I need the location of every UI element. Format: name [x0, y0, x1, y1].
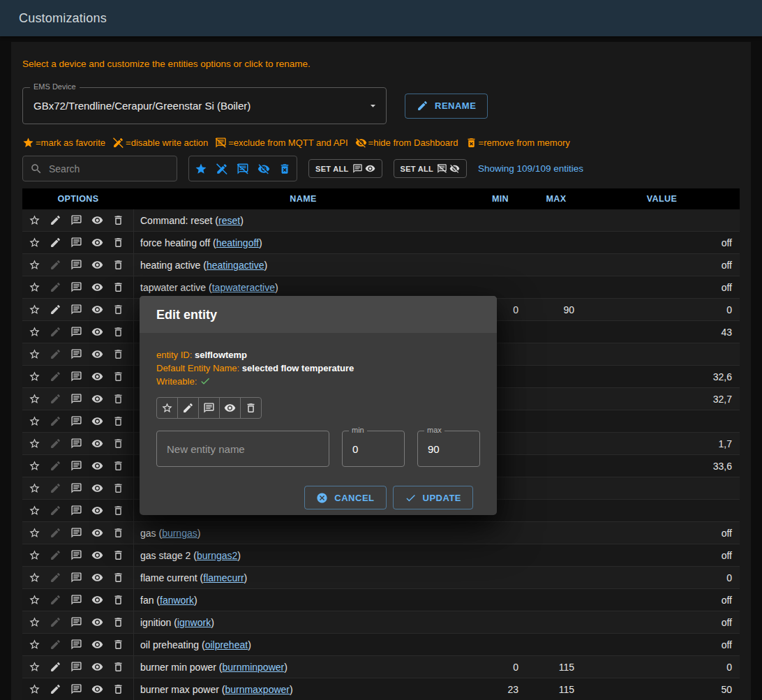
- comment-icon[interactable]: [70, 572, 82, 583]
- comment-icon[interactable]: [70, 237, 82, 248]
- comment-icon[interactable]: [70, 505, 82, 516]
- filter-edit-off-button[interactable]: [211, 156, 232, 181]
- comment-icon[interactable]: [70, 527, 82, 539]
- trash-icon[interactable]: [112, 572, 124, 583]
- comment-icon[interactable]: [70, 348, 82, 360]
- min-field[interactable]: min: [342, 431, 405, 467]
- eye-icon[interactable]: [91, 661, 103, 673]
- star-border-icon[interactable]: [29, 281, 40, 293]
- comment-icon[interactable]: [70, 393, 82, 405]
- star-border-icon[interactable]: [29, 326, 40, 338]
- table-row[interactable]: force heating off (heatingoff) off: [22, 232, 740, 254]
- trash-icon[interactable]: [112, 259, 124, 271]
- entity-link[interactable]: fanwork: [160, 595, 194, 606]
- trash-icon[interactable]: [112, 393, 124, 405]
- comment-icon[interactable]: [70, 281, 82, 293]
- trash-icon[interactable]: [112, 326, 124, 338]
- dialog-toggle-edit-button[interactable]: [177, 397, 199, 419]
- cancel-button[interactable]: CANCEL: [304, 486, 386, 509]
- dialog-toggle-comment-button[interactable]: [198, 397, 220, 419]
- star-border-icon[interactable]: [29, 639, 40, 650]
- comment-icon[interactable]: [70, 415, 82, 427]
- rename-button[interactable]: RENAME: [405, 94, 488, 119]
- max-field[interactable]: max: [417, 431, 480, 467]
- edit-icon[interactable]: [50, 304, 61, 315]
- trash-icon[interactable]: [112, 683, 124, 695]
- trash-icon[interactable]: [112, 281, 124, 293]
- filter-eye-off-button[interactable]: [253, 156, 274, 181]
- table-row[interactable]: ignition (ignwork) off: [22, 611, 740, 634]
- ems-device-select[interactable]: EMS Device GBx72/Trendline/Cerapur/Green…: [22, 87, 387, 124]
- entity-link[interactable]: heatingactive: [207, 260, 264, 271]
- table-row[interactable]: Command: reset (reset): [22, 209, 740, 232]
- edit-icon[interactable]: [50, 639, 61, 650]
- star-border-icon[interactable]: [29, 616, 40, 628]
- star-border-icon[interactable]: [29, 460, 40, 472]
- comment-icon[interactable]: [70, 304, 82, 315]
- comment-icon[interactable]: [70, 683, 82, 695]
- edit-icon[interactable]: [50, 505, 61, 516]
- trash-icon[interactable]: [112, 594, 124, 606]
- new-entity-name-field[interactable]: [156, 431, 329, 467]
- dialog-toggle-eye-button[interactable]: [219, 397, 241, 419]
- entity-link[interactable]: reset: [218, 215, 240, 226]
- comment-icon[interactable]: [70, 326, 82, 338]
- eye-icon[interactable]: [91, 438, 103, 449]
- comment-icon[interactable]: [70, 371, 82, 382]
- table-row[interactable]: flame current (flamecurr) 0: [22, 567, 740, 589]
- trash-icon[interactable]: [112, 415, 124, 427]
- entity-link[interactable]: oilpreheat: [205, 639, 248, 650]
- edit-icon[interactable]: [50, 460, 61, 472]
- edit-icon[interactable]: [50, 326, 61, 338]
- eye-icon[interactable]: [91, 594, 103, 606]
- star-border-icon[interactable]: [29, 572, 40, 583]
- eye-icon[interactable]: [91, 326, 103, 338]
- filter-star-button[interactable]: [190, 156, 211, 181]
- star-border-icon[interactable]: [29, 393, 40, 405]
- edit-icon[interactable]: [50, 438, 61, 449]
- table-row[interactable]: gas (burngas) off: [22, 522, 740, 544]
- search-field[interactable]: [22, 156, 177, 181]
- entity-link[interactable]: burngas2: [197, 550, 237, 561]
- trash-icon[interactable]: [112, 371, 124, 382]
- edit-icon[interactable]: [50, 661, 61, 673]
- comment-icon[interactable]: [70, 549, 82, 561]
- eye-icon[interactable]: [91, 616, 103, 628]
- entity-link[interactable]: heatingoff: [216, 237, 259, 248]
- max-input[interactable]: [418, 443, 479, 455]
- entity-link[interactable]: tapwateractive: [212, 282, 275, 293]
- dialog-toggle-trash-button[interactable]: [240, 397, 262, 419]
- trash-icon[interactable]: [112, 460, 124, 472]
- edit-icon[interactable]: [50, 371, 61, 382]
- trash-icon[interactable]: [112, 214, 124, 226]
- star-border-icon[interactable]: [29, 594, 40, 606]
- table-row[interactable]: gas stage 2 (burngas2) off: [22, 544, 740, 567]
- edit-icon[interactable]: [50, 683, 61, 695]
- comment-icon[interactable]: [70, 594, 82, 606]
- min-input[interactable]: [343, 443, 404, 455]
- eye-icon[interactable]: [91, 549, 103, 561]
- entity-link[interactable]: burngas: [162, 528, 197, 539]
- filter-comment-off-button[interactable]: [232, 156, 253, 181]
- set-all-on-button[interactable]: SET ALL: [308, 159, 382, 178]
- comment-icon[interactable]: [70, 259, 82, 271]
- trash-icon[interactable]: [112, 639, 124, 650]
- eye-icon[interactable]: [91, 281, 103, 293]
- trash-icon[interactable]: [112, 237, 124, 248]
- trash-icon[interactable]: [112, 304, 124, 315]
- edit-icon[interactable]: [50, 527, 61, 539]
- eye-icon[interactable]: [91, 683, 103, 695]
- comment-icon[interactable]: [70, 616, 82, 628]
- eye-icon[interactable]: [91, 348, 103, 360]
- edit-icon[interactable]: [50, 214, 61, 226]
- table-row[interactable]: oil preheating (oilpreheat) off: [22, 634, 740, 656]
- star-border-icon[interactable]: [29, 549, 40, 561]
- entity-link[interactable]: ignwork: [177, 617, 211, 628]
- star-border-icon[interactable]: [29, 415, 40, 427]
- eye-icon[interactable]: [91, 237, 103, 248]
- entity-link[interactable]: flamecurr: [203, 572, 244, 583]
- update-button[interactable]: UPDATE: [393, 486, 473, 509]
- table-row[interactable]: heating active (heatingactive) off: [22, 254, 740, 276]
- filter-trash-x-button[interactable]: [274, 156, 295, 181]
- edit-icon[interactable]: [50, 572, 61, 583]
